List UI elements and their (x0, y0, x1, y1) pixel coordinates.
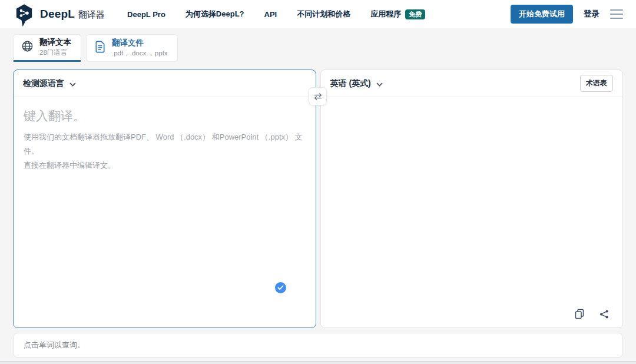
tab-translate-files[interactable]: 翻译文件 .pdf，.docx.，pptx (86, 34, 178, 62)
dictionary-lookup-bar[interactable]: 点击单词以查询。 (13, 333, 623, 358)
brand-suffix: 翻译器 (78, 9, 105, 19)
free-badge: 免费 (405, 9, 425, 19)
top-navigation-bar: DeepL翻译器 DeepL Pro 为何选择DeepL? API 不同计划和价… (0, 0, 636, 28)
nav-item-apps[interactable]: 应用程序 免费 (370, 9, 425, 19)
source-placeholder-line: 直接在翻译器中编辑译文。 (24, 158, 306, 173)
deepl-logo-icon (14, 1, 34, 27)
chevron-down-icon (376, 78, 383, 89)
tab-translate-files-title: 翻译文件 (112, 38, 168, 48)
tab-translate-text[interactable]: 翻译文本 28门语言 (13, 34, 81, 62)
source-panel: 检测源语言 键入翻译。 使用我们的文档翻译器拖放翻译PDF、 Word （.do… (13, 70, 316, 328)
lookup-hint-text: 点击单词以查询。 (24, 340, 85, 350)
blue-check-circle-icon[interactable] (275, 282, 286, 293)
swap-languages-button[interactable] (309, 87, 327, 105)
share-icon[interactable] (599, 309, 610, 319)
start-free-trial-button[interactable]: 开始免费试用 (511, 5, 573, 24)
deepl-logo[interactable]: DeepL翻译器 (14, 1, 105, 27)
nav-item-deepl-pro[interactable]: DeepL Pro (127, 10, 165, 19)
chevron-down-icon (69, 78, 76, 89)
target-language-selector[interactable]: 英语 (英式) (330, 78, 383, 89)
tab-translate-text-title: 翻译文本 (39, 38, 71, 48)
translator-mode-tabs: 翻译文本 28门语言 翻译文件 .pdf，.docx.，pptx (13, 34, 178, 62)
globe-icon (21, 40, 34, 55)
target-actions (574, 309, 610, 320)
document-icon (94, 41, 106, 55)
source-placeholder-line: 使用我们的文档翻译器拖放翻译PDF、 Word （.docx） 和PowerPo… (24, 130, 306, 158)
login-link[interactable]: 登录 (584, 9, 599, 19)
nav-item-plans-pricing[interactable]: 不同计划和价格 (297, 9, 350, 19)
brand-name: DeepL (40, 8, 75, 20)
glossary-button[interactable]: 术语表 (580, 75, 613, 92)
source-text-input[interactable]: 键入翻译。 使用我们的文档翻译器拖放翻译PDF、 Word （.docx） 和P… (14, 97, 316, 183)
target-language-label: 英语 (英式) (330, 78, 371, 89)
source-placeholder-title: 键入翻译。 (24, 108, 306, 124)
nav-item-api[interactable]: API (264, 10, 277, 19)
nav-item-why-deepl[interactable]: 为何选择DeepL? (186, 9, 244, 19)
footer-strip (0, 361, 636, 364)
target-text-output[interactable] (321, 97, 623, 118)
target-panel-header: 英语 (英式) 术语表 (321, 70, 623, 97)
main-nav: DeepL Pro 为何选择DeepL? API 不同计划和价格 应用程序 免费 (127, 9, 425, 19)
target-panel: 英语 (英式) 术语表 (320, 70, 624, 328)
source-language-label: 检测源语言 (23, 78, 64, 89)
tab-translate-text-subtitle: 28门语言 (39, 48, 71, 57)
tab-translate-files-subtitle: .pdf，.docx.，pptx (112, 49, 168, 57)
translator-panels: 检测源语言 键入翻译。 使用我们的文档翻译器拖放翻译PDF、 Word （.do… (13, 70, 623, 328)
hamburger-menu-icon[interactable] (610, 7, 623, 21)
header-actions: 开始免费试用 登录 (511, 5, 623, 24)
source-language-selector[interactable]: 检测源语言 (23, 78, 76, 89)
source-panel-header: 检测源语言 (14, 70, 316, 97)
copy-icon[interactable] (574, 309, 585, 320)
